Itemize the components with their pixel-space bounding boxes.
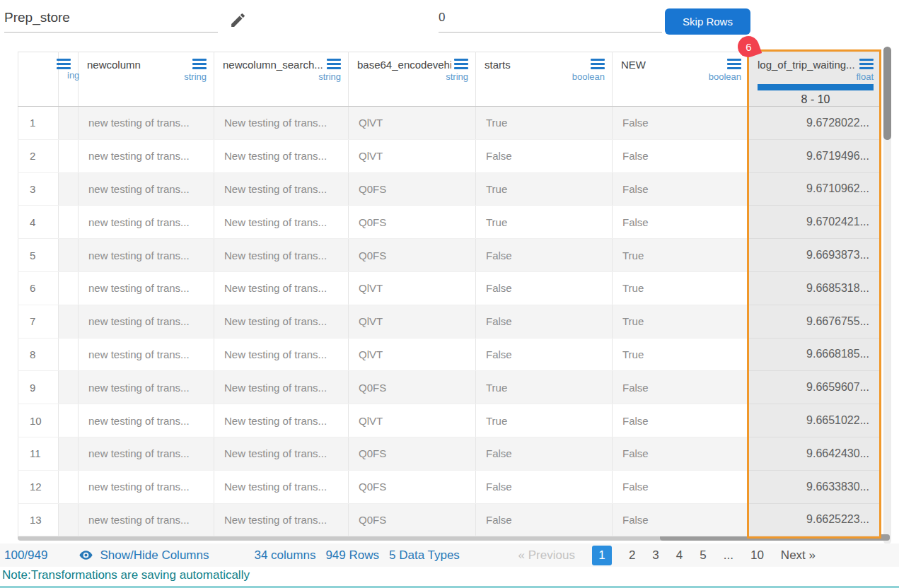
table-head-row: ingnewcolumnstringnewcolumn_search...str… [18,52,881,107]
data-table: ingnewcolumnstringnewcolumn_search...str… [18,52,881,536]
hamburger-menu-icon[interactable] [192,59,207,69]
table-cell: False [613,404,749,437]
hamburger-menu-icon[interactable] [727,59,741,69]
row-number-cell: 12 [18,470,59,503]
table-cell [59,437,79,470]
pencil-icon[interactable] [229,11,248,30]
column-type-label: string [357,71,468,82]
table-cell: True [476,172,613,206]
table-cell: new testing of trans... [79,172,214,206]
table-cell: QlVT [349,107,476,140]
column-header[interactable]: ing [59,52,79,107]
table-cell [59,107,79,140]
skip-rows-input[interactable]: 0 [439,8,662,33]
row-number-cell: 11 [18,437,59,470]
table-cell: 9.6659607... [749,371,881,404]
table-row: 6new testing of trans...New testing of t… [18,271,881,305]
column-header-new[interactable]: NEWboolean [613,52,749,107]
row-number-cell: 7 [18,305,59,338]
table-cell: New testing of trans... [214,172,349,206]
table-cell [59,338,79,371]
column-name: newcolumn [87,59,141,71]
table-body: 1new testing of trans...New testing of t… [18,107,881,536]
table-cell: True [613,239,749,272]
column-type-label: boolean [485,71,605,82]
table-cell: 9.6685318... [749,271,881,305]
table-cell: False [613,172,749,206]
table-cell: 9.6728022... [749,107,881,140]
page-item[interactable]: 2 [629,548,635,563]
table-cell: 9.6693873... [749,239,881,272]
column-header-newcolumn[interactable]: newcolumnstring [79,52,214,107]
table-cell: 9.6633830... [749,470,881,503]
vertical-scrollbar-thumb[interactable] [883,47,891,140]
table-cell: Q0FS [349,172,476,206]
page-item[interactable]: 1 [592,546,612,565]
table-cell: False [613,437,749,470]
hamburger-menu-icon[interactable] [57,59,71,69]
dataset-name-value: Prep_store [4,10,70,25]
table-cell: 9.6719496... [749,139,881,172]
row-number-cell: 5 [18,239,59,272]
row-number-cell: 10 [18,404,59,437]
skip-rows-button[interactable]: Skip Rows [665,8,750,35]
table-cell: new testing of trans... [79,107,214,140]
page-item[interactable]: 3 [652,548,659,563]
page-item[interactable]: 5 [700,548,706,563]
show-hide-columns-button[interactable]: Show/Hide Columns [79,548,209,563]
table-cell: False [613,206,749,239]
dataset-name-input[interactable]: Prep_store [4,8,218,33]
hamburger-menu-icon[interactable] [327,59,341,69]
column-header-log-of-trip-waiting-[interactable]: log_of_trip_waiting...float8 - 10 [749,52,881,107]
page-item[interactable]: 4 [676,548,683,563]
hamburger-menu-icon[interactable] [591,59,605,69]
step-badge-number: 6 [746,41,751,53]
table-cell: new testing of trans... [79,271,214,305]
page-item[interactable]: 10 [750,548,764,563]
table-cell [59,371,79,404]
column-range-label: 8 - 10 [758,93,874,106]
data-types-count[interactable]: 5 Data Types [389,548,460,563]
table-cell: new testing of trans... [79,139,214,172]
column-name: log_of_trip_waiting... [758,59,855,71]
eye-icon [79,548,93,563]
table-cell: new testing of trans... [79,239,214,272]
table-cell: New testing of trans... [214,239,349,272]
row-number-cell: 4 [18,206,59,239]
table-cell: new testing of trans... [79,503,214,536]
row-number-cell: 6 [18,271,59,305]
row-number-cell: 13 [18,503,59,536]
table-cell: Q0FS [349,470,476,503]
hamburger-menu-icon[interactable] [454,59,468,69]
page-item[interactable]: ... [724,548,733,563]
table-row: 3new testing of trans...New testing of t… [18,172,881,206]
table-cell: new testing of trans... [79,305,214,338]
column-header-starts[interactable]: startsboolean [476,52,613,107]
table-cell: 9.6710962... [749,172,881,206]
table-row: 11new testing of trans...New testing of … [18,437,881,470]
table-cell [59,239,79,272]
app: { "top_bar": { "dataset_name": "Prep_sto… [0,0,899,588]
columns-count[interactable]: 34 columns [254,548,315,563]
page-item[interactable]: Next » [781,548,816,563]
table-cell: New testing of trans... [214,271,349,305]
row-number-cell: 9 [18,371,59,404]
table-cell [59,139,79,172]
hamburger-menu-icon[interactable] [859,59,874,69]
table-row: 9new testing of trans...New testing of t… [18,371,881,404]
column-header-newcolumn-search-[interactable]: newcolumn_search...string [214,52,349,107]
autosave-note: Note:Transformations are saving automati… [2,568,250,582]
table-cell: New testing of trans... [214,139,349,172]
table-cell: new testing of trans... [79,338,214,371]
skip-rows-value: 0 [439,11,445,25]
column-name: base64_encodevehi... [357,59,451,71]
table-cell: False [476,239,613,272]
column-header-base64-encodevehi-[interactable]: base64_encodevehi...string [349,52,476,107]
rows-count[interactable]: 949 Rows [325,548,379,563]
table-cell: New testing of trans... [214,338,349,371]
table-cell: True [476,404,613,437]
table-cell [59,206,79,239]
table-row: 13new testing of trans...New testing of … [18,503,881,536]
table-cell [59,271,79,305]
table-cell: new testing of trans... [79,470,214,503]
